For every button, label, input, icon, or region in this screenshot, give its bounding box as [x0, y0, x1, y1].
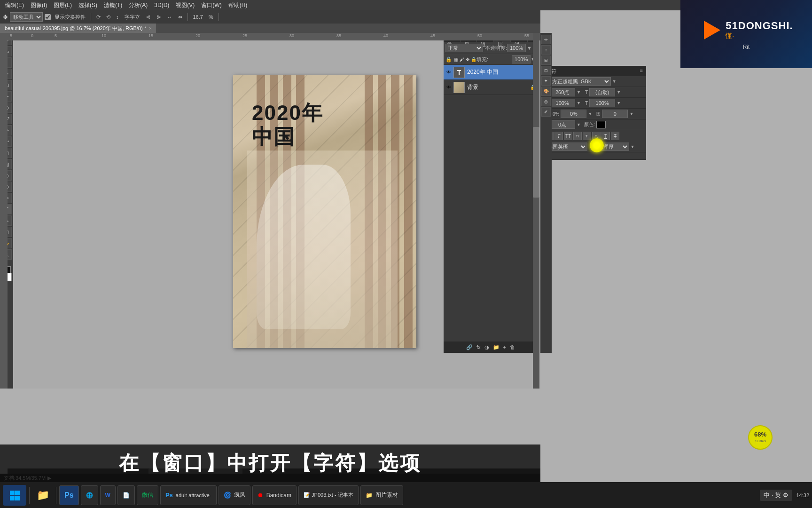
- blend-mode-select[interactable]: 正常: [445, 44, 483, 52]
- menu-image[interactable]: 图像(I): [27, 1, 50, 9]
- layer-item-text[interactable]: 👁 T 2020年 中国: [444, 65, 538, 80]
- taskbar-folder-btn[interactable]: 📁 图片素材: [360, 485, 403, 505]
- toolbar-text-icon[interactable]: 字字立: [123, 13, 142, 21]
- char-scale-h-input[interactable]: [549, 99, 575, 107]
- right-tool-1[interactable]: ⇔: [541, 35, 551, 44]
- taskbar-ps-adult-btn[interactable]: Ps adult-attractive-: [160, 485, 217, 505]
- panel-link-icon[interactable]: 🔗: [466, 344, 473, 350]
- toolbar-icon4[interactable]: ⇔: [176, 14, 184, 21]
- char-scale-row: T ▼ T ▼: [543, 98, 646, 109]
- fill-input[interactable]: [512, 55, 531, 64]
- char-btn-caps[interactable]: TT: [564, 132, 572, 140]
- menu-analyze[interactable]: 分析(A): [125, 1, 151, 9]
- char-btn-super[interactable]: T.: [583, 132, 591, 140]
- opacity-input[interactable]: [507, 44, 526, 52]
- layers-list: 👁 T 2020年 中国 👁 背景 🔒: [444, 65, 538, 95]
- char-btn-strike[interactable]: T: [611, 132, 619, 140]
- char-baseline-input[interactable]: [549, 120, 575, 129]
- taskbar-pdf-icon[interactable]: 📄: [117, 485, 135, 505]
- char-scale-v-input[interactable]: [589, 99, 615, 107]
- taskbar-word-icon[interactable]: W: [100, 485, 116, 505]
- active-tab[interactable]: beautiful-casual-206395.jpg @ 16.7% (202…: [0, 24, 157, 33]
- taskbar-file-explorer[interactable]: 📁: [32, 485, 53, 506]
- char-btn-smallcaps[interactable]: Tr: [573, 132, 582, 140]
- toolbar-move-icon[interactable]: ✥: [3, 14, 8, 21]
- taskbar-chrome-icon[interactable]: 🌐: [81, 485, 98, 505]
- lock-transparency[interactable]: ▦: [454, 57, 458, 62]
- toolbar-align3[interactable]: ↔: [165, 14, 174, 20]
- menu-window[interactable]: 窗口(W): [198, 1, 225, 9]
- tab-close-button[interactable]: ×: [149, 26, 152, 31]
- toolbar-icon2[interactable]: ⟲: [104, 14, 112, 21]
- panel-delete-icon[interactable]: 🗑: [510, 344, 515, 350]
- start-button[interactable]: [3, 485, 26, 506]
- menu-filter[interactable]: 滤镜(T): [101, 1, 125, 9]
- char-tracking-dropdown[interactable]: ▼: [588, 111, 592, 116]
- taskbar-bandicam-btn[interactable]: ⏺ Bandicam: [252, 485, 297, 505]
- char-kerning-input[interactable]: [602, 110, 628, 118]
- char-scale-h-dropdown[interactable]: ▼: [577, 101, 581, 105]
- toolbar-align2[interactable]: ⫸: [155, 14, 164, 20]
- panel-fx-icon[interactable]: fx: [476, 344, 481, 350]
- menu-edit[interactable]: 编辑(E): [2, 1, 27, 9]
- panel-new-layer-icon[interactable]: +: [503, 344, 506, 350]
- layer-eye-1[interactable]: 👁: [445, 69, 452, 76]
- menu-help[interactable]: 帮助(H): [225, 1, 251, 9]
- panel-adjustment-icon[interactable]: ◑: [484, 344, 489, 350]
- char-antialias-select[interactable]: 浑厚: [601, 143, 629, 151]
- char-color-swatch[interactable]: [596, 121, 606, 128]
- menu-view[interactable]: 视图(V): [172, 1, 198, 9]
- char-baseline-dropdown[interactable]: ▼: [577, 122, 581, 127]
- toolbar-icon3[interactable]: ↕: [114, 14, 121, 20]
- char-font-dropdown[interactable]: ▼: [612, 79, 617, 84]
- toolbar-transform-checkbox[interactable]: [45, 14, 51, 20]
- char-size-input[interactable]: [549, 88, 575, 96]
- char-panel-close[interactable]: ≡: [640, 68, 643, 75]
- right-tool-5[interactable]: ✦: [541, 76, 551, 86]
- opacity-dropdown[interactable]: ▼: [527, 45, 532, 51]
- layer-item-bg[interactable]: 👁 背景 🔒: [444, 80, 538, 95]
- blend-mode-row: 正常 不透明度: ▼: [444, 42, 538, 54]
- char-antialias-dropdown[interactable]: ▼: [631, 144, 635, 149]
- taskbar-wechat-btn[interactable]: 微信: [137, 485, 158, 505]
- ime-indicator[interactable]: 中 · 英 ⚙: [760, 490, 793, 501]
- lock-position[interactable]: ✥: [466, 57, 469, 62]
- right-tool-8[interactable]: ✐: [541, 107, 551, 117]
- layer-eye-2[interactable]: 👁: [445, 84, 452, 91]
- fill-row: 🔒 ▦ 🖌 ✥ 🔒 填充: ▼: [444, 54, 538, 65]
- taskbar-notepad-btn[interactable]: 📝 JP003.txt - 记事本: [298, 485, 359, 505]
- char-btn-italic[interactable]: T: [554, 132, 563, 140]
- char-btn-underline[interactable]: T: [601, 132, 610, 140]
- lock-all[interactable]: 🔒: [471, 57, 476, 62]
- right-tool-6[interactable]: 🎨: [541, 87, 551, 96]
- char-leading-input[interactable]: [589, 88, 615, 96]
- char-leading-dropdown[interactable]: ▼: [617, 90, 621, 95]
- toolbar-mode-select[interactable]: 移动工具: [10, 12, 43, 22]
- menu-select[interactable]: 选择(S): [75, 1, 101, 9]
- char-font-select[interactable]: 方正超粗黑_GBK: [550, 77, 611, 86]
- right-tool-4[interactable]: ⊡: [541, 66, 551, 75]
- char-color-label: 0%: [553, 111, 559, 117]
- right-tool-2[interactable]: ↕: [541, 45, 551, 55]
- lock-paint[interactable]: 🖌: [460, 57, 464, 62]
- panel-folder-icon[interactable]: 📁: [493, 344, 500, 350]
- char-scale-v-dropdown[interactable]: ▼: [617, 101, 621, 105]
- right-tool-7[interactable]: ◎: [541, 97, 551, 106]
- taskbar-ps-icon[interactable]: Ps: [59, 485, 79, 505]
- ime-settings[interactable]: ⚙: [783, 492, 789, 499]
- menu-3d[interactable]: 3D(D): [151, 2, 172, 8]
- lock-icon: 🔒: [445, 56, 452, 63]
- toolbar-align1[interactable]: ⫷: [144, 14, 153, 20]
- right-tool-3[interactable]: ⊞: [541, 56, 551, 65]
- v-scrollbar[interactable]: [533, 33, 539, 389]
- menu-layer[interactable]: 图层(L): [50, 1, 75, 9]
- char-tracking-input[interactable]: [561, 110, 586, 118]
- toolbar-icon1[interactable]: ⟳: [94, 14, 102, 21]
- logo-brand-text: 懂·: [726, 32, 793, 40]
- svg-rect-7: [15, 496, 20, 500]
- char-kerning-dropdown[interactable]: ▼: [629, 111, 633, 116]
- char-scale-v-icon: T: [585, 101, 588, 106]
- ime-dot: ·: [772, 492, 773, 499]
- taskbar-fengfeng-btn[interactable]: 🌀 疯风: [219, 485, 250, 505]
- char-size-dropdown[interactable]: ▼: [577, 90, 581, 95]
